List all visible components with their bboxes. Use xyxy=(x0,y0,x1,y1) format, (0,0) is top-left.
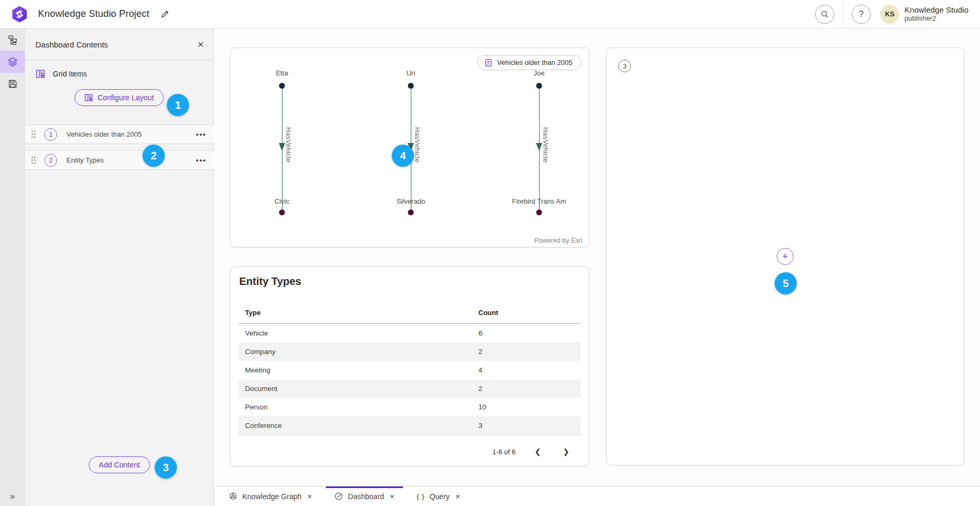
entity-types-widget[interactable]: Entity Types Type Count Vehicle 6 xyxy=(230,266,589,466)
cell-count: 6 xyxy=(478,329,581,337)
entity-node[interactable] xyxy=(536,83,542,89)
cell-count: 2 xyxy=(478,348,581,356)
edge-label: HasVehicle xyxy=(542,127,549,163)
page-title: Knowledge Studio Project xyxy=(38,8,149,20)
table-row[interactable]: Meeting 4 xyxy=(239,361,581,379)
cell-type: Person xyxy=(239,403,478,411)
item-label: Vehicles older than 2005 xyxy=(67,130,196,138)
header-divider xyxy=(843,0,843,28)
expand-rail-button[interactable]: » xyxy=(0,491,25,502)
user-role: publisher2 xyxy=(904,15,968,23)
column-header-count[interactable]: Count xyxy=(478,309,581,317)
annotation-badge-2: 2 xyxy=(143,145,165,167)
vehicle-node[interactable] xyxy=(536,209,542,215)
knowledge-graph-icon xyxy=(229,492,238,501)
user-avatar[interactable]: KS xyxy=(880,5,899,24)
edge-label: HasVehicle xyxy=(285,127,292,163)
previous-page-icon[interactable]: ❮ xyxy=(532,445,544,458)
item-options-menu-icon[interactable]: ••• xyxy=(196,156,206,164)
query-braces-icon: { } xyxy=(417,492,425,500)
tab-label: Query xyxy=(429,492,449,501)
vehicle-node-label[interactable]: Silverado xyxy=(397,197,425,205)
layer-filter-pill[interactable]: Vehicles older than 2005 xyxy=(477,55,581,70)
data-model-rail-button[interactable] xyxy=(0,28,25,51)
edge-label: HasVehicle xyxy=(413,127,421,163)
add-content-button[interactable]: Add Content xyxy=(89,456,150,473)
cell-count: 10 xyxy=(478,403,581,411)
pagination-range-label: 1-6 of 6 xyxy=(492,448,515,456)
close-panel-icon[interactable]: × xyxy=(197,39,204,50)
table-row[interactable]: Vehicle 6 xyxy=(239,324,581,342)
cell-count: 4 xyxy=(478,366,581,374)
dashboard-canvas: Vehicles older than 2005 Etta HasVehicle… xyxy=(214,28,980,486)
item-label: Entity Types xyxy=(67,156,196,164)
cell-count: 3 xyxy=(478,422,581,429)
user-menu[interactable]: Knowledge Studio publisher2 xyxy=(904,5,968,22)
table-row[interactable]: Person 10 xyxy=(239,398,581,416)
cell-type: Vehicle xyxy=(239,329,478,337)
table-row[interactable]: Document 2 xyxy=(239,379,581,398)
close-tab-icon[interactable]: × xyxy=(456,492,460,501)
tab-label: Knowledge Graph xyxy=(242,492,301,501)
vehicle-node[interactable] xyxy=(408,209,414,215)
drag-handle-icon[interactable] xyxy=(31,130,36,138)
tab-dashboard[interactable]: Dashboard × xyxy=(326,486,403,506)
cell-type: Document xyxy=(239,385,478,393)
empty-grid-slot[interactable]: 3 + xyxy=(606,47,964,465)
filter-pill-label: Vehicles older than 2005 xyxy=(497,59,572,66)
user-name: Knowledge Studio xyxy=(904,5,968,14)
save-rail-button[interactable] xyxy=(0,73,25,95)
grid-item-entity-types[interactable]: 2 Entity Types ••• xyxy=(25,150,214,170)
close-tab-icon[interactable]: × xyxy=(390,492,394,501)
vehicle-node[interactable] xyxy=(279,209,285,215)
left-icon-rail: » xyxy=(0,28,25,506)
table-header-row: Type Count xyxy=(239,302,581,324)
table-row[interactable]: Company 2 xyxy=(239,342,581,361)
cell-count: 2 xyxy=(478,385,581,393)
grid-item-vehicles[interactable]: 1 Vehicles older than 2005 ••• xyxy=(25,125,214,144)
annotation-badge-1: 1 xyxy=(167,94,189,116)
add-widget-button[interactable]: + xyxy=(777,248,794,265)
dashboard-gauge-icon xyxy=(334,492,343,501)
cell-type: Company xyxy=(239,348,478,356)
dashboard-contents-rail-button[interactable] xyxy=(0,51,25,73)
edit-title-icon[interactable] xyxy=(160,9,169,19)
help-button[interactable]: ? xyxy=(852,5,871,24)
configure-layout-label: Configure Layout xyxy=(98,93,154,102)
view-tab-bar: Knowledge Graph × Dashboard × xyxy=(214,486,980,506)
grid-items-section: Grid Items xyxy=(25,61,213,82)
slot-number-badge: 3 xyxy=(618,60,631,72)
knowledge-studio-logo-icon xyxy=(11,5,29,23)
item-number-badge: 1 xyxy=(44,128,57,141)
table-row[interactable]: Conference 3 xyxy=(239,416,581,435)
grid-items-label: Grid Items xyxy=(53,70,87,78)
app-window: Knowledge Studio Project ? KS Knowledge … xyxy=(0,0,980,506)
drag-handle-icon[interactable] xyxy=(31,156,36,164)
esri-attribution: Powered by Esri xyxy=(534,237,582,244)
entity-node-label[interactable]: Joe xyxy=(534,69,545,77)
vehicle-node-label[interactable]: Civic xyxy=(275,197,289,205)
search-button[interactable] xyxy=(815,5,834,24)
add-content-label: Add Content xyxy=(99,461,140,469)
tab-query[interactable]: { } Query × xyxy=(408,486,468,506)
close-tab-icon[interactable]: × xyxy=(307,492,312,501)
next-page-icon[interactable]: ❯ xyxy=(560,445,572,458)
grid-layout-icon xyxy=(35,69,45,79)
app-header: Knowledge Studio Project ? KS Knowledge … xyxy=(0,0,980,28)
configure-layout-button[interactable]: Configure Layout xyxy=(74,89,164,106)
tab-label: Dashboard xyxy=(348,492,384,501)
item-options-menu-icon[interactable]: ••• xyxy=(196,130,206,138)
panel-title: Dashboard Contents xyxy=(35,40,108,49)
cell-type: Meeting xyxy=(239,366,478,374)
entity-node-label[interactable]: Etta xyxy=(276,69,288,77)
entity-node[interactable] xyxy=(408,83,414,89)
widget-title: Entity Types xyxy=(239,275,301,288)
vehicle-node-label[interactable]: Firebird Trans Am xyxy=(512,197,567,205)
table-pagination: 1-6 of 6 ❮ ❯ xyxy=(239,441,581,462)
tab-knowledge-graph[interactable]: Knowledge Graph × xyxy=(220,486,321,506)
entity-node-label[interactable]: Uri xyxy=(407,69,416,77)
column-header-type[interactable]: Type xyxy=(239,309,478,317)
entity-node[interactable] xyxy=(279,83,285,89)
cell-type: Conference xyxy=(239,422,478,429)
annotation-badge-4: 4 xyxy=(392,145,414,167)
